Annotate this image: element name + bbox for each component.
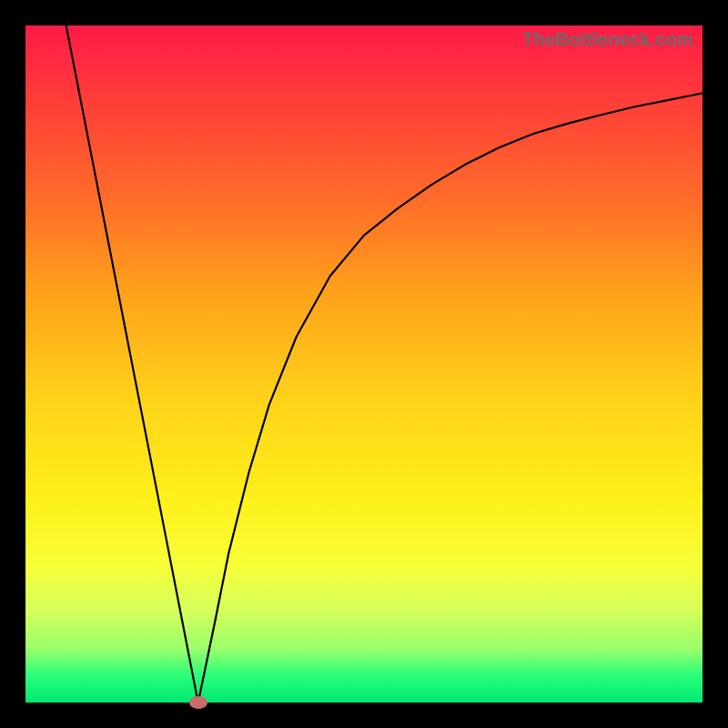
- plot-area: TheBottleneck.com: [25, 25, 703, 703]
- curve-path: [66, 25, 703, 703]
- min-marker: [189, 696, 207, 709]
- chart-frame: TheBottleneck.com: [0, 0, 728, 728]
- plot-svg: [25, 25, 703, 703]
